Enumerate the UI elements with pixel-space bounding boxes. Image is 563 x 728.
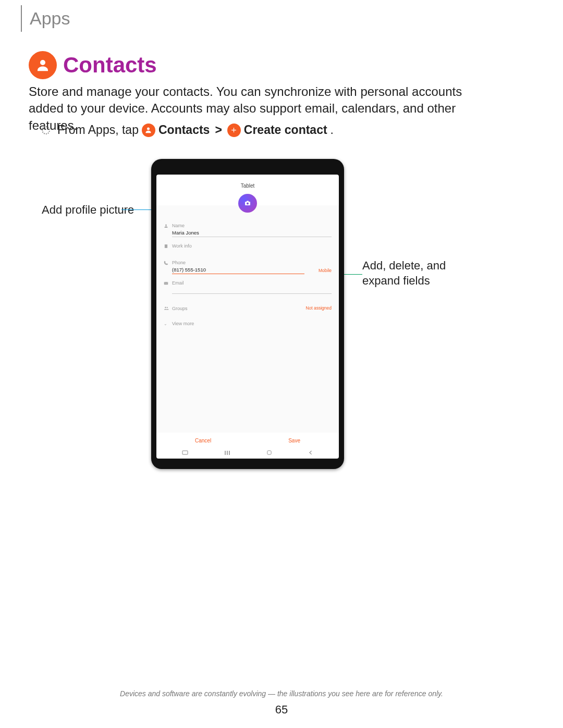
email-row: Email — [164, 277, 332, 297]
instruction-contacts: Contacts — [158, 123, 210, 137]
svg-point-5 — [165, 225, 167, 226]
keyboard-toggle-icon[interactable] — [182, 450, 188, 455]
phone-type[interactable]: Mobile — [307, 268, 332, 274]
form-actions: Cancel Save — [156, 433, 339, 448]
phone-icon — [164, 260, 169, 265]
svg-point-3 — [247, 203, 249, 205]
save-button[interactable]: Save — [288, 438, 300, 443]
footer-note: Devices and software are constantly evol… — [0, 689, 563, 698]
chevron-down-icon: ⌄ — [164, 321, 169, 326]
svg-rect-4 — [247, 201, 249, 202]
add-photo-button[interactable] — [238, 194, 257, 213]
page-section-header: Apps — [21, 5, 70, 32]
tablet-device-frame: Tablet Name Maria Jones — [151, 159, 344, 469]
name-row: Name Maria Jones — [164, 220, 332, 240]
email-input[interactable] — [172, 286, 332, 294]
cancel-button[interactable]: Cancel — [195, 438, 211, 443]
svg-rect-11 — [267, 451, 271, 454]
instruction-prefix: From Apps, tap — [57, 123, 139, 137]
work-row: Work info — [164, 240, 332, 252]
home-button[interactable] — [266, 450, 272, 455]
svg-point-1 — [147, 128, 150, 130]
viewmore-row[interactable]: ⌄ View more — [164, 315, 332, 329]
svg-rect-10 — [182, 451, 188, 454]
svg-rect-7 — [164, 282, 168, 285]
phone-row: Phone (817) 555-1510 Mobile — [164, 252, 332, 277]
name-input[interactable]: Maria Jones — [172, 228, 332, 237]
person-icon — [164, 223, 169, 228]
name-label: Name — [172, 223, 332, 228]
storage-label: Tablet — [156, 175, 339, 194]
groups-value[interactable]: Not assigned — [305, 305, 332, 312]
page-title: Contacts — [63, 53, 157, 78]
svg-point-8 — [165, 307, 166, 309]
callout-profile-picture: Add profile picture — [42, 203, 134, 217]
callout-right-line2: expand fields — [362, 274, 430, 287]
email-icon — [164, 280, 169, 286]
group-icon — [164, 305, 169, 311]
recent-apps-button[interactable] — [224, 450, 230, 455]
viewmore-label: View more — [172, 321, 194, 326]
device-navbar — [156, 448, 339, 459]
back-button[interactable] — [308, 450, 313, 455]
instruction-create: Create contact — [244, 123, 327, 137]
contact-form: Name Maria Jones Work info Phone — [156, 217, 339, 433]
avatar-zone — [156, 194, 339, 217]
email-label: Email — [172, 280, 332, 286]
svg-point-0 — [40, 60, 45, 65]
instruction-suffix: . — [331, 123, 334, 137]
work-label: Work info — [172, 243, 332, 249]
groups-label: Groups — [172, 306, 188, 311]
page-number: 65 — [0, 703, 563, 717]
svg-rect-6 — [165, 244, 167, 248]
callout-fields: Add, delete, and expand fields — [362, 258, 446, 288]
groups-row: Groups Not assigned — [164, 297, 332, 315]
chevron-icon: > — [215, 123, 222, 137]
contacts-app-icon — [29, 51, 57, 79]
bullet-icon — [42, 126, 50, 134]
svg-point-9 — [167, 307, 168, 308]
title-block: Contacts — [29, 51, 157, 79]
instruction-line: From Apps, tap Contacts > Create contact… — [42, 123, 334, 137]
contacts-icon-small — [142, 124, 155, 137]
tablet-screen: Tablet Name Maria Jones — [156, 175, 339, 459]
building-icon — [164, 243, 169, 249]
callout-right-line1: Add, delete, and — [362, 259, 446, 272]
plus-icon — [227, 124, 241, 137]
phone-input[interactable]: (817) 555-1510 — [172, 265, 304, 274]
phone-label: Phone — [172, 260, 332, 265]
